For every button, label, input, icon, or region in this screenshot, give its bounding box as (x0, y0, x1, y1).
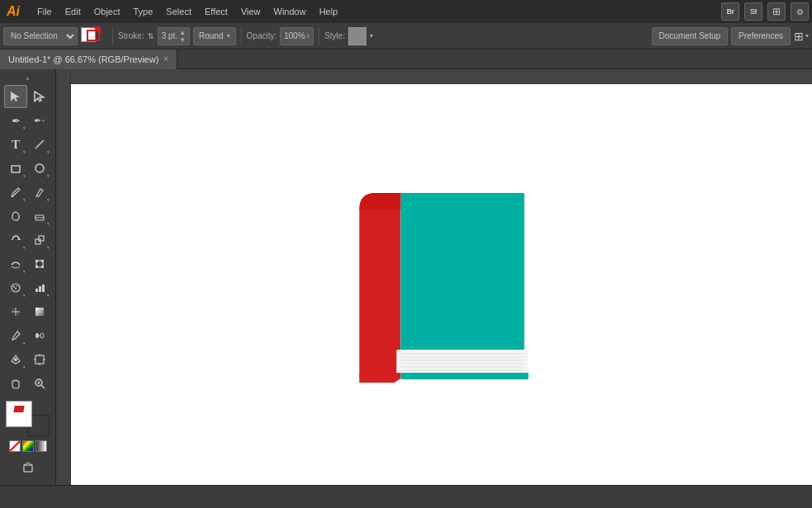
svg-point-29 (40, 333, 44, 338)
none-swatch[interactable] (9, 440, 21, 452)
type-tool[interactable]: T ▾ (4, 133, 27, 156)
menubar-right-icons: Br St ⊞ ⚙ (721, 2, 809, 21)
column-graph-tool[interactable]: ▾ (28, 276, 51, 299)
blob-brush-tool[interactable] (4, 205, 27, 228)
artboard (71, 84, 812, 485)
pencil-tool[interactable]: ▾ (28, 181, 51, 204)
toolbar-divider-2 (241, 27, 242, 45)
svg-rect-15 (41, 266, 44, 268)
toolbar-divider-3 (319, 27, 319, 45)
selection-dropdown[interactable]: No Selection (3, 27, 78, 45)
menu-object[interactable]: Object (88, 4, 126, 19)
arrange-icon[interactable]: ⊞ (767, 2, 786, 21)
style-label: Style: (324, 31, 345, 40)
eraser-tool[interactable]: ▾ (28, 205, 51, 228)
line-tool[interactable]: ▾ (28, 133, 51, 156)
svg-marker-0 (11, 92, 20, 101)
workspace-icon[interactable]: ⊞ ▾ (794, 30, 809, 43)
tool-row-3: T ▾ ▾ (4, 133, 51, 156)
svg-rect-32 (35, 355, 44, 364)
document-setup-button[interactable]: Document Setup (652, 27, 729, 45)
add-anchor-tool[interactable]: ✒+ (28, 109, 51, 132)
artboard-tool[interactable] (28, 348, 51, 371)
style-swatch[interactable] (348, 27, 366, 45)
bridge-icon[interactable]: Br (721, 2, 739, 21)
tool-row-11: ▾ (4, 324, 51, 347)
toolbox-scroll-top: ▲ (3, 73, 53, 82)
svg-rect-12 (35, 260, 38, 262)
select-tool[interactable] (4, 85, 27, 108)
screen-mode-row (17, 456, 40, 479)
blend-tool[interactable] (28, 324, 51, 347)
small-icons-row (9, 440, 47, 452)
zoom-tool[interactable] (28, 372, 51, 395)
menu-view[interactable]: View (235, 4, 267, 19)
opacity-field[interactable]: 100% › (280, 27, 314, 45)
scale-tool[interactable]: ▾ (28, 228, 51, 252)
screen-mode-area (17, 456, 40, 479)
eyedropper-tool[interactable]: ▾ (4, 324, 27, 347)
menu-effect[interactable]: Effect (199, 4, 234, 19)
menu-file[interactable]: File (31, 4, 58, 19)
direct-select-tool[interactable] (28, 85, 51, 108)
mesh-tool[interactable] (4, 300, 27, 323)
style-dropdown-arrow[interactable]: ▾ (370, 32, 373, 40)
document-tab[interactable]: Untitled-1* @ 66.67% (RGB/Preview) × (0, 49, 177, 69)
svg-rect-20 (35, 289, 38, 292)
ellipse-tool[interactable]: ▾ (28, 157, 51, 180)
symbol-sprayer-tool[interactable]: ▾ (4, 276, 27, 299)
tool-row-8: ▾ (4, 252, 51, 275)
menu-bar: Ai File Edit Object Type Select Effect V… (0, 0, 812, 23)
canvas-area[interactable] (56, 69, 812, 485)
menu-edit[interactable]: Edit (59, 4, 87, 19)
tool-row-5: ▾ ▾ (4, 181, 51, 204)
toolbar: No Selection Stroke: ⇅ 3 pt. ▲▼ Round ▾ … (0, 23, 812, 49)
fill-stroke-swatch[interactable] (81, 26, 107, 46)
tool-row-1 (4, 85, 51, 108)
tool-row-6: ▾ (4, 205, 51, 228)
gradient-swatch[interactable] (35, 440, 47, 452)
stroke-type-dropdown[interactable]: Round ▾ (193, 27, 235, 45)
more-options-icon[interactable]: ⚙ (791, 2, 809, 21)
fill-stroke-overlay[interactable] (6, 401, 50, 437)
stroke-label: Stroke: (118, 31, 144, 40)
stroke-arrows[interactable]: ⇅ (148, 32, 154, 40)
pen-tool[interactable]: ✒ ▾ (4, 109, 27, 132)
stroke-width-field[interactable]: 3 pt. ▲▼ (158, 27, 190, 45)
svg-rect-41 (24, 465, 32, 472)
opacity-label: Opacity: (247, 31, 277, 40)
status-bar (0, 485, 812, 508)
hand-tool[interactable] (4, 372, 27, 395)
rect-tool[interactable]: ▾ (4, 157, 27, 180)
live-paint-tool[interactable]: ▾ (4, 348, 27, 371)
svg-rect-26 (35, 308, 44, 316)
ruler-horizontal (56, 69, 812, 84)
screen-mode-button[interactable] (17, 456, 40, 479)
stock-icon[interactable]: St (744, 2, 762, 21)
menu-window[interactable]: Window (268, 4, 312, 19)
menu-help[interactable]: Help (314, 4, 344, 19)
gradient-tool[interactable] (28, 300, 51, 323)
svg-rect-52 (400, 373, 528, 379)
warp-tool[interactable]: ▾ (4, 252, 27, 275)
stroke-color-indicator (13, 406, 24, 412)
menu-type[interactable]: Type (128, 4, 159, 19)
app-logo: Ai (3, 4, 23, 19)
free-transform-tool[interactable] (28, 252, 51, 275)
fill-swatch[interactable] (6, 401, 32, 427)
tool-row-7: ▾ ▾ (4, 228, 51, 252)
color-swatch[interactable] (22, 440, 34, 452)
menu-select[interactable]: Select (160, 4, 197, 19)
preferences-button[interactable]: Preferences (731, 27, 791, 45)
rotate-tool[interactable]: ▾ (4, 228, 27, 252)
toolbar-divider-1 (112, 27, 113, 45)
book-illustration (334, 185, 532, 384)
ruler-h-ticks (71, 73, 812, 84)
svg-rect-9 (35, 239, 40, 244)
color-swatches-area (3, 401, 53, 452)
tool-row-4: ▾ ▾ (4, 157, 51, 180)
svg-point-18 (16, 285, 17, 287)
tab-close-button[interactable]: × (163, 54, 168, 64)
paintbrush-tool[interactable]: ▾ (4, 181, 27, 204)
svg-point-17 (13, 286, 15, 288)
